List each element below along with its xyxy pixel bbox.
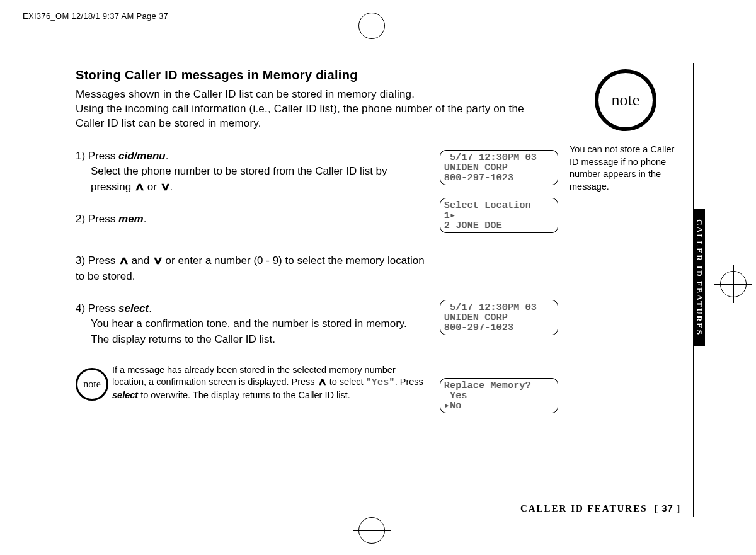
note-d: to overwrite. The display returns to the…: [138, 390, 350, 400]
arrow-up-icon: ∧: [134, 180, 145, 195]
note-c: . Press: [395, 377, 423, 387]
lcd-screen-3: 5/17 12:30PM 03 UNIDEN CORP 800-297-1023: [440, 300, 558, 335]
step-4: 4) Press select. You hear a confirmation…: [76, 301, 428, 348]
step4-suffix: .: [149, 302, 152, 314]
step3-prefix: 3) Press: [76, 255, 118, 266]
footer-section: CALLER ID FEATURES: [520, 503, 648, 513]
step2-suffix: .: [144, 213, 147, 225]
note-b: to select: [327, 377, 366, 387]
side-column: note You can not store a Caller ID messa…: [570, 63, 682, 193]
step4-line2: The display returns to the Caller ID lis…: [76, 332, 428, 348]
lcd-screen-2: Select Location 1▸ 2 JONE DOE: [440, 198, 558, 233]
step1-keyword: cid/menu: [118, 150, 166, 162]
footer-page: [ 37 ]: [655, 503, 680, 513]
step-1: 1) Press cid/menu. Select the phone numb…: [76, 149, 428, 195]
note-badge-large: note: [595, 69, 656, 131]
step2-prefix: 2) Press: [76, 213, 118, 225]
inline-note: note If a message has already been store…: [76, 364, 428, 402]
step1-suffix: .: [166, 150, 169, 162]
step1-or: or: [144, 181, 160, 193]
registration-mark-right: [714, 265, 752, 302]
step3-and: and: [129, 255, 152, 266]
step4-prefix: 4) Press: [76, 302, 118, 314]
page-footer: CALLER ID FEATURES [ 37 ]: [520, 503, 680, 514]
step2-keyword: mem: [118, 213, 144, 225]
page-body: Storing Caller ID messages in Memory dia…: [76, 63, 694, 517]
side-note-text: You can not store a Caller ID message if…: [570, 144, 682, 193]
arrow-up-icon: ∧: [118, 253, 129, 269]
page-title: Storing Caller ID messages in Memory dia…: [76, 68, 554, 83]
note-keyword: select: [112, 390, 138, 400]
intro-line2: Using the incoming call information (i.e…: [76, 103, 524, 129]
section-tab: CALLER ID FEATURES: [693, 209, 705, 346]
arrow-down-icon: ∨: [159, 180, 170, 195]
step4-line1: You hear a confirmation tone, and the nu…: [76, 316, 428, 332]
print-header: EXI376_OM 12/18/1 9:37 AM Page 37: [23, 11, 168, 21]
step1-prefix: 1) Press: [76, 150, 118, 162]
registration-mark-top: [353, 6, 391, 44]
arrow-up-icon: ∧: [317, 376, 326, 389]
lcd-screen-1: 5/17 12:30PM 03 UNIDEN CORP 800-297-1023: [440, 150, 558, 185]
step-2: 2) Press mem.: [76, 212, 428, 227]
inline-note-text: If a message has already been stored in …: [112, 364, 428, 402]
note-badge-small: note: [76, 368, 108, 401]
lcd-screen-4: Replace Memory? Yes ▸No: [440, 378, 558, 413]
arrow-down-icon: ∨: [152, 253, 163, 269]
step-3: 3) Press ∧ and ∨ or enter a number (0 - …: [76, 253, 428, 284]
step4-keyword: select: [118, 302, 149, 314]
intro-line1: Messages shown in the Caller ID list can…: [76, 88, 415, 100]
registration-mark-bottom: [353, 511, 391, 549]
note-yes: "Yes": [366, 377, 395, 387]
intro-text: Messages shown in the Caller ID list can…: [76, 88, 539, 131]
